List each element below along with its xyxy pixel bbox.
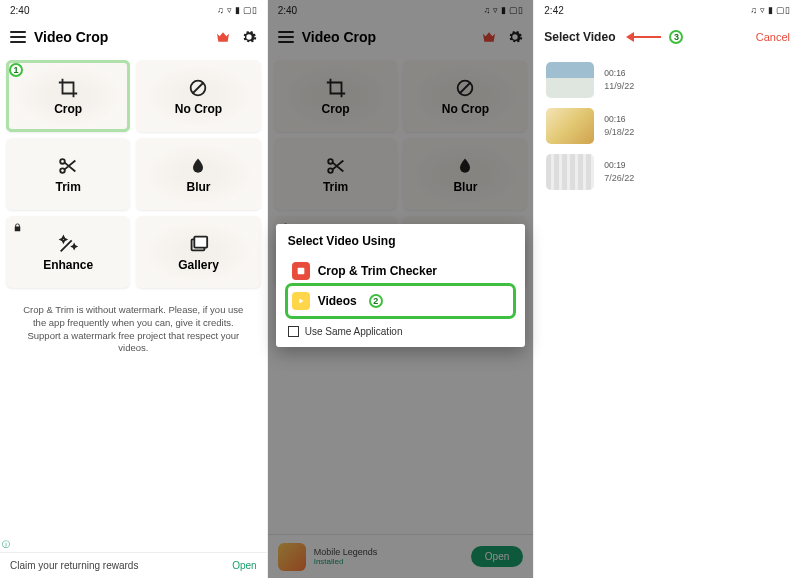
battery-icon: ▢▯ — [776, 5, 790, 15]
use-same-row[interactable]: Use Same Application — [288, 326, 514, 337]
crown-icon[interactable] — [215, 29, 231, 45]
dialog-option-crop-trim-label: Crop & Trim Checker — [318, 264, 437, 278]
ad-text: Claim your returning rewards — [10, 560, 138, 571]
app-crop-trim-icon — [292, 262, 310, 280]
settings-icon[interactable] — [241, 29, 257, 45]
cancel-button[interactable]: Cancel — [756, 31, 790, 43]
dialog-option-crop-trim[interactable]: Crop & Trim Checker — [288, 256, 514, 286]
tile-trim[interactable]: Trim — [6, 138, 130, 210]
callout-badge-3: 3 — [669, 30, 683, 44]
video-date: 7/26/22 — [604, 172, 634, 185]
ad-bar[interactable]: Claim your returning rewards Open — [0, 552, 267, 578]
status-icons: ♫ ▿ ▮ ▢▯ — [484, 5, 524, 15]
ad-app-icon — [278, 543, 306, 571]
ad-open-button[interactable]: Open — [232, 560, 256, 571]
info-text: Crop & Trim is without watermark. Please… — [0, 294, 267, 365]
gallery-icon — [187, 233, 209, 255]
gallery-header: Select Video 3 Cancel — [534, 20, 800, 54]
crop-icon — [57, 77, 79, 99]
ban-icon — [454, 77, 476, 99]
tile-blur-label: Blur — [453, 180, 477, 194]
video-item[interactable]: 00:19 7/26/22 — [546, 154, 788, 190]
status-time: 2:40 — [278, 5, 297, 16]
tile-nocrop[interactable]: No Crop — [136, 60, 260, 132]
tile-nocrop-label: No Crop — [442, 102, 489, 116]
tile-gallery[interactable]: Gallery — [136, 216, 260, 288]
crop-icon — [325, 77, 347, 99]
video-meta: 00:16 11/9/22 — [604, 68, 634, 92]
ad-info-icon[interactable]: ⓘ — [2, 539, 10, 550]
tile-enhance-label: Enhance — [43, 258, 93, 272]
tile-nocrop[interactable]: No Crop — [403, 60, 527, 132]
tile-gallery-label: Gallery — [178, 258, 219, 272]
wifi-icon: ▿ — [227, 5, 232, 15]
signal-icon: ▮ — [235, 5, 240, 15]
wifi-icon: ▿ — [760, 5, 765, 15]
tile-trim-label: Trim — [323, 180, 348, 194]
blur-icon — [187, 155, 209, 177]
signal-icon: ▮ — [501, 5, 506, 15]
status-icons: ♫ ▿ ▮ ▢▯ — [217, 5, 257, 15]
callout-badge-2: 2 — [369, 294, 383, 308]
tile-crop[interactable]: 1 Crop — [6, 60, 130, 132]
callout-badge-1: 1 — [9, 63, 23, 77]
arrow-left-icon — [627, 31, 661, 43]
tile-trim-label: Trim — [55, 180, 80, 194]
ad-meta: Mobile Legends Installed — [314, 547, 463, 566]
tile-trim[interactable]: Trim — [274, 138, 398, 210]
wifi-icon: ▿ — [493, 5, 498, 15]
video-duration: 00:16 — [604, 68, 634, 80]
status-bar: 2:42 ♫ ▿ ▮ ▢▯ — [534, 0, 800, 20]
scissors-icon — [325, 155, 347, 177]
dialog-option-videos-label: Videos — [318, 294, 357, 308]
use-same-checkbox[interactable] — [288, 326, 299, 337]
battery-icon: ▢▯ — [243, 5, 257, 15]
svg-rect-10 — [297, 268, 304, 275]
video-item[interactable]: 00:16 9/18/22 — [546, 108, 788, 144]
wand-icon — [57, 233, 79, 255]
use-same-label: Use Same Application — [305, 326, 403, 337]
headset-icon: ♫ — [217, 5, 224, 15]
options-grid: 1 Crop No Crop — [6, 60, 261, 288]
signal-icon: ▮ — [768, 5, 773, 15]
tile-crop[interactable]: Crop — [274, 60, 398, 132]
video-item[interactable]: 00:16 11/9/22 — [546, 62, 788, 98]
tile-blur[interactable]: Blur — [136, 138, 260, 210]
tile-nocrop-label: No Crop — [175, 102, 222, 116]
tile-blur-label: Blur — [186, 180, 210, 194]
status-bar: 2:40 ♫ ▿ ▮ ▢▯ — [268, 0, 534, 20]
status-icons: ♫ ▿ ▮ ▢▯ — [750, 5, 790, 15]
battery-icon: ▢▯ — [509, 5, 523, 15]
menu-icon[interactable] — [278, 31, 294, 43]
ad-open-button[interactable]: Open — [471, 546, 523, 567]
video-list: 00:16 11/9/22 00:16 9/18/22 00:19 7/26/2… — [534, 54, 800, 198]
panel-1: 2:40 ♫ ▿ ▮ ▢▯ Video Crop 1 — [0, 0, 267, 578]
tile-crop-label: Crop — [54, 102, 82, 116]
app-title: Video Crop — [302, 29, 474, 45]
app-videos-icon — [292, 292, 310, 310]
video-thumbnail — [546, 154, 594, 190]
dialog-select-video-using: Select Video Using Crop & Trim Checker V… — [276, 224, 526, 347]
status-time: 2:40 — [10, 5, 29, 16]
ad-banner[interactable]: Mobile Legends Installed Open — [268, 534, 534, 578]
status-time: 2:42 — [544, 5, 563, 16]
video-meta: 00:16 9/18/22 — [604, 114, 634, 138]
crown-icon[interactable] — [481, 29, 497, 45]
dialog-option-videos[interactable]: Videos 2 — [288, 286, 514, 316]
tile-enhance[interactable]: Enhance — [6, 216, 130, 288]
ad-app-status: Installed — [314, 557, 463, 566]
video-date: 9/18/22 — [604, 126, 634, 139]
video-date: 11/9/22 — [604, 80, 634, 93]
blur-icon — [454, 155, 476, 177]
options-grid-wrap: 1 Crop No Crop — [0, 54, 267, 294]
video-meta: 00:19 7/26/22 — [604, 160, 634, 184]
ad-app-name: Mobile Legends — [314, 547, 463, 557]
video-duration: 00:16 — [604, 114, 634, 126]
tile-blur[interactable]: Blur — [403, 138, 527, 210]
settings-icon[interactable] — [507, 29, 523, 45]
menu-icon[interactable] — [10, 31, 26, 43]
tile-crop-label: Crop — [322, 102, 350, 116]
gallery-title: Select Video — [544, 30, 615, 44]
headset-icon: ♫ — [484, 5, 491, 15]
app-title: Video Crop — [34, 29, 207, 45]
